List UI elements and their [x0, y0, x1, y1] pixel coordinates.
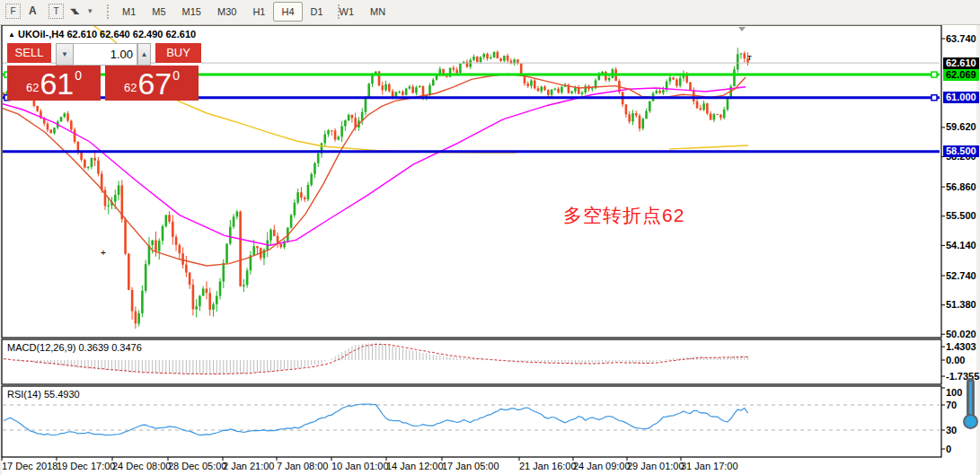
object-anchor-cross-icon: +: [101, 248, 106, 258]
chart-text-annotation: 多空转折点62: [563, 203, 684, 228]
price-tick-label: 50.020: [946, 329, 976, 340]
date-label: 7 Jan 08:00: [277, 461, 329, 471]
date-label: 10 Jan 01:00: [331, 461, 389, 471]
bid-quote-box[interactable]: 62 61 0: [7, 66, 101, 101]
volume-decrease-button[interactable]: ▼: [56, 43, 74, 66]
timeframe-button-m1[interactable]: M1: [114, 2, 144, 22]
arrows-icon[interactable]: ◥◣: [70, 4, 77, 19]
ask-pip-digit: 0: [172, 68, 180, 83]
timeframe-button-h1[interactable]: H1: [244, 2, 273, 22]
last-bar-arrow-icon: [738, 27, 746, 31]
ohlc-values: 62.610 62.640 62.490 62.610: [66, 29, 196, 40]
timeframe-button-m15[interactable]: M15: [174, 2, 209, 22]
timeframe-button-d1[interactable]: D1: [303, 2, 331, 22]
date-label: 29 Jan 01:00: [627, 461, 684, 471]
price-tick-label: 51.380: [946, 299, 976, 311]
price-tick-label: 56.860: [946, 181, 976, 193]
price-badge-58.500: 58.500: [943, 145, 979, 157]
timeframe-button-h4[interactable]: H4: [273, 2, 302, 22]
thermometer-mercury: [969, 382, 972, 416]
line-handle[interactable]: [931, 95, 937, 101]
bid-prefix: 62: [26, 81, 39, 94]
timeframe-button-m30[interactable]: M30: [209, 2, 244, 22]
grid-f-icon[interactable]: F: [5, 4, 21, 19]
date-label: 17 Jan 05:00: [442, 461, 499, 471]
toolbar-separator: [338, 4, 340, 19]
price-tick-label: 52.740: [946, 270, 976, 282]
macd-indicator-label: MACD(12,26,9) 0.3639 0.3476: [7, 342, 142, 353]
price-badge-62.610: 62.610: [943, 57, 979, 69]
volume-input[interactable]: [74, 43, 137, 66]
price-tick-label: 55.500: [946, 210, 976, 222]
timeframe-button-m5[interactable]: M5: [144, 2, 173, 22]
date-label: 17 Dec 2018: [2, 461, 57, 471]
date-label: 19 Dec 17:00: [57, 461, 115, 471]
cursor-t-mark: T: [747, 54, 752, 62]
timeframe-button-w1[interactable]: W1: [331, 2, 363, 22]
bid-pip-digit: 0: [75, 68, 82, 83]
text-t-icon[interactable]: T: [49, 4, 64, 19]
toolbar-separator: [107, 4, 109, 19]
thermometer-bulb: [963, 414, 978, 429]
date-label: 28 Dec 05:00: [168, 461, 226, 471]
date-label: 2 Jan 21:00: [223, 461, 275, 471]
date-label: 21 Jan 16:00: [519, 461, 577, 471]
volume-increase-button[interactable]: ▲: [137, 43, 151, 66]
price-tick-label: 63.740: [946, 33, 976, 45]
one-click-trading-panel: SELL ▼ ▲ BUY 62 61 0 62 67 0: [7, 43, 202, 101]
date-label: 24 Jan 09:00: [573, 461, 631, 471]
ask-prefix: 62: [124, 81, 137, 94]
rsi-indicator-label: RSI(14) 55.4930: [7, 389, 80, 400]
buy-button[interactable]: BUY: [155, 43, 201, 66]
rsi-tick-label: 100: [946, 387, 962, 398]
date-label: 14 Jan 12:00: [386, 461, 444, 471]
date-label: 24 Dec 08:00: [112, 461, 171, 471]
ask-big-digits: 67: [137, 68, 172, 99]
label-a-icon[interactable]: A: [29, 4, 37, 19]
thermometer-indicator: [962, 378, 978, 432]
rsi-tick-label: 0: [946, 444, 951, 454]
ask-quote-box[interactable]: 62 67 0: [105, 66, 199, 101]
symbol-period-label: UKOil-,H4: [18, 29, 64, 40]
price-badge-62.069: 62.069: [943, 69, 979, 81]
arrows-dropdown-caret[interactable]: ▾: [88, 4, 93, 19]
macd-tick-label: 1.4303: [946, 341, 976, 352]
chart-title: ▲ UKOil-,H4 62.610 62.640 62.490 62.610: [8, 29, 196, 40]
sell-button[interactable]: SELL: [7, 43, 51, 66]
timeframe-group: M1M5M15M30H1H4D1W1MN: [114, 2, 393, 22]
top-toolbar: FAT◥◣▾ M1M5M15M30H1H4D1W1MN: [0, 0, 980, 25]
price-badge-61.000: 61.000: [943, 92, 979, 103]
rsi-tick-label: 70: [946, 400, 957, 410]
macd-tick-label: 0.00: [946, 355, 965, 365]
line-handle[interactable]: [931, 72, 937, 77]
timeframe-button-mn[interactable]: MN: [362, 2, 393, 22]
date-label: 31 Jan 17:00: [681, 461, 738, 471]
price-tick-label: 59.620: [946, 121, 976, 133]
bid-big-digits: 61: [40, 68, 74, 99]
collapse-icon[interactable]: ▲: [8, 31, 15, 39]
rsi-tick-label: 30: [946, 425, 957, 435]
price-tick-label: 54.140: [946, 240, 976, 251]
